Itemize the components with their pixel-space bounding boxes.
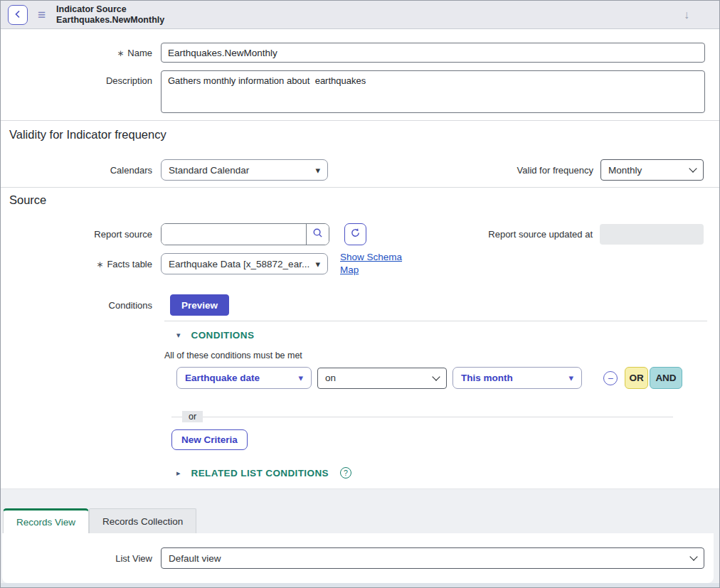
hamburger-menu-icon[interactable]: ≡ bbox=[38, 8, 46, 21]
name-row: ∗Name bbox=[1, 43, 719, 63]
records-view-card: List View Default view bbox=[2, 533, 714, 583]
frequency-label: Valid for frequency bbox=[517, 165, 593, 176]
list-view-value: Default view bbox=[169, 553, 221, 564]
back-button[interactable] bbox=[8, 5, 28, 25]
calendars-dropdown[interactable]: Standard Calendar ▾ bbox=[161, 159, 328, 181]
conditions-section-header[interactable]: ▾ CONDITIONS bbox=[164, 321, 707, 341]
condition-value: This month bbox=[461, 373, 513, 383]
report-source-input[interactable] bbox=[162, 224, 306, 245]
page-title: Indicator Source Earthquakes.NewMonthly bbox=[56, 4, 164, 26]
validity-section-title: Validity for Indicator frequency bbox=[9, 128, 719, 141]
chevron-down-icon bbox=[689, 552, 697, 560]
frequency-group: Valid for frequency Monthly bbox=[517, 159, 704, 181]
report-source-reference bbox=[161, 223, 329, 245]
minus-icon: − bbox=[608, 373, 613, 383]
bottom-panel: Records View Records Collection List Vie… bbox=[1, 488, 719, 587]
header-bar: ≡ Indicator Source Earthquakes.NewMonthl… bbox=[1, 1, 719, 29]
condition-field-value: Earthquake date bbox=[185, 373, 260, 383]
name-label: ∗Name bbox=[1, 48, 152, 58]
name-input[interactable] bbox=[161, 43, 705, 63]
condition-operator-select[interactable]: on bbox=[317, 368, 447, 389]
required-icon: ∗ bbox=[96, 260, 103, 269]
frequency-value: Monthly bbox=[608, 165, 642, 176]
tab-strip: Records View Records Collection bbox=[1, 489, 719, 533]
updated-at-label: Report source updated at bbox=[488, 229, 593, 240]
condition-value-dropdown[interactable]: This month ▾ bbox=[452, 367, 582, 389]
report-source-row: Report source Report source updated at bbox=[1, 223, 719, 245]
preview-button[interactable]: Preview bbox=[170, 294, 229, 316]
frequency-select[interactable]: Monthly bbox=[600, 159, 704, 181]
chevron-down-icon bbox=[689, 164, 697, 172]
refresh-icon bbox=[350, 228, 361, 241]
reference-lookup-button[interactable] bbox=[306, 224, 329, 245]
calendars-value: Standard Calendar bbox=[169, 165, 249, 176]
conditions-section-title: CONDITIONS bbox=[191, 330, 255, 341]
conditions-intro-text: All of these conditions must be met bbox=[164, 351, 707, 360]
divider bbox=[1, 120, 719, 121]
related-list-conditions-header[interactable]: ▸ RELATED LIST CONDITIONS ? bbox=[164, 467, 707, 479]
conditions-row: Conditions Preview bbox=[1, 294, 719, 316]
or-button[interactable]: OR bbox=[625, 367, 648, 389]
tab-records-collection[interactable]: Records Collection bbox=[89, 508, 196, 533]
or-divider: or bbox=[171, 417, 673, 417]
description-textarea[interactable]: Gathers monthly information about earthq… bbox=[161, 70, 705, 113]
updated-at-readonly-field bbox=[600, 224, 704, 245]
required-icon: ∗ bbox=[117, 48, 124, 58]
scroll-down-icon[interactable]: ↓ bbox=[684, 9, 689, 21]
condition-field-dropdown[interactable]: Earthquake date ▾ bbox=[176, 367, 312, 389]
help-icon[interactable]: ? bbox=[340, 467, 351, 479]
bottom-strip bbox=[1, 583, 719, 587]
calendars-row: Calendars Standard Calendar ▾ Valid for … bbox=[1, 159, 719, 181]
triangle-right-icon[interactable]: ▸ bbox=[176, 469, 181, 478]
chevron-left-icon bbox=[14, 9, 21, 21]
related-list-conditions-title: RELATED LIST CONDITIONS bbox=[191, 468, 329, 479]
and-button[interactable]: AND bbox=[650, 367, 682, 389]
description-label: Description bbox=[1, 70, 152, 86]
chevron-down-icon bbox=[432, 373, 440, 380]
caret-down-icon: ▾ bbox=[568, 373, 573, 383]
conditions-label: Conditions bbox=[1, 300, 152, 311]
facts-table-value: Earthquake Data [x_58872_ear... bbox=[169, 259, 309, 269]
facts-table-dropdown[interactable]: Earthquake Data [x_58872_ear... ▾ bbox=[161, 253, 328, 274]
page-title-line2: Earthquakes.NewMonthly bbox=[56, 15, 164, 26]
caret-down-icon: ▾ bbox=[298, 373, 303, 383]
list-view-label: List View bbox=[2, 553, 152, 564]
search-icon bbox=[312, 228, 323, 241]
divider bbox=[1, 187, 719, 188]
condition-row: Earthquake date ▾ on This month ▾ − OR A… bbox=[176, 367, 707, 389]
source-section-title: Source bbox=[9, 193, 719, 207]
description-row: Description Gathers monthly information … bbox=[1, 70, 719, 113]
caret-down-icon: ▾ bbox=[315, 165, 320, 176]
condition-operator-value: on bbox=[325, 373, 336, 383]
report-source-label: Report source bbox=[1, 229, 152, 240]
updated-at-group: Report source updated at bbox=[488, 224, 704, 245]
caret-down-icon: ▾ bbox=[315, 259, 320, 269]
facts-table-label: ∗Facts table bbox=[1, 259, 152, 269]
triangle-down-icon[interactable]: ▾ bbox=[176, 331, 181, 340]
tab-records-view[interactable]: Records View bbox=[3, 508, 89, 533]
list-view-select[interactable]: Default view bbox=[161, 547, 704, 569]
facts-table-row: ∗Facts table Earthquake Data [x_58872_ea… bbox=[1, 251, 719, 277]
indicator-source-window: ≡ Indicator Source Earthquakes.NewMonthl… bbox=[0, 0, 720, 588]
remove-condition-button[interactable]: − bbox=[603, 371, 618, 385]
calendars-label: Calendars bbox=[1, 165, 152, 176]
or-divider-chip: or bbox=[182, 411, 203, 422]
show-schema-map-link[interactable]: Show Schema Map bbox=[340, 251, 406, 277]
new-criteria-button[interactable]: New Criteria bbox=[171, 429, 248, 450]
condition-builder: ▾ CONDITIONS All of these conditions mus… bbox=[164, 321, 707, 479]
page-title-line1: Indicator Source bbox=[56, 4, 164, 15]
refresh-button[interactable] bbox=[344, 223, 366, 245]
